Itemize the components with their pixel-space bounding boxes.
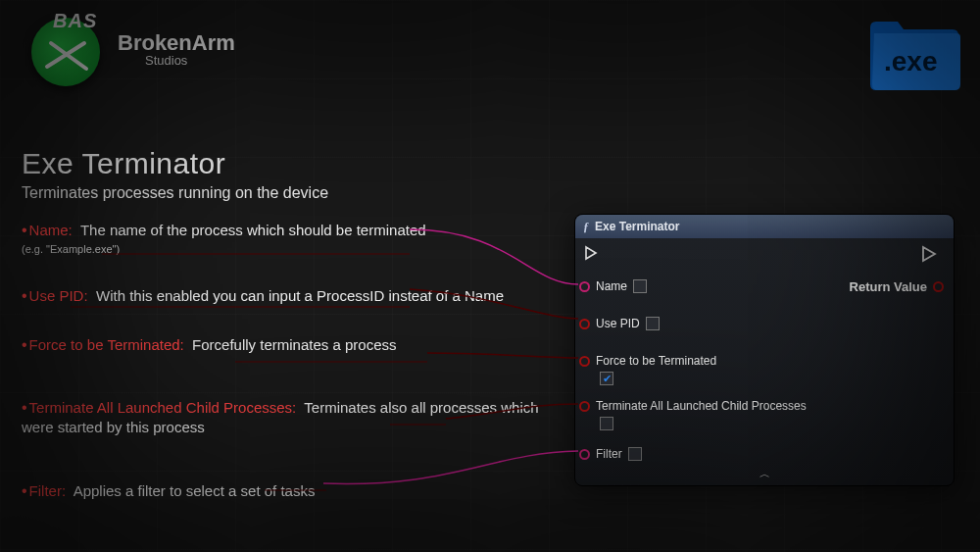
pin-dot-icon[interactable] — [579, 401, 590, 412]
pin-filter-field[interactable] — [628, 447, 642, 461]
pin-name[interactable]: Name — [579, 279, 647, 293]
pin-return-label: Return Value — [850, 279, 927, 294]
page-subtitle: Terminates processes running on the devi… — [22, 184, 328, 202]
pin-terminate-children[interactable]: Terminate All Launched Child Processes — [579, 399, 873, 413]
pin-force-label: Force to be Terminated — [596, 354, 716, 368]
pin-name-field[interactable] — [633, 279, 647, 293]
desc-force: •Force to be Terminated: Forcefully term… — [22, 334, 570, 356]
pin-dot-icon[interactable] — [579, 319, 590, 329]
exe-folder-icon: .exe — [864, 10, 962, 97]
pin-usepid-checkbox[interactable] — [646, 317, 660, 330]
pin-force-checkbox[interactable] — [600, 372, 613, 385]
chevron-up-icon[interactable]: ︿ — [760, 467, 770, 481]
pin-dot-icon[interactable] — [579, 281, 590, 292]
studio-sub: Studios — [145, 54, 235, 68]
pin-filter[interactable]: Filter — [579, 447, 642, 461]
desc-name: •Name: The name of the process which sho… — [22, 220, 570, 256]
desc-terminate-children: •Terminate All Launched Child Processes:… — [22, 397, 570, 438]
exec-in-pin[interactable] — [583, 244, 601, 266]
pin-filter-label: Filter — [596, 447, 622, 461]
pin-name-label: Name — [596, 279, 627, 293]
pin-usepid-label: Use PID — [596, 317, 640, 330]
pin-dot-icon[interactable] — [579, 449, 590, 460]
page-title: Exe Terminator — [22, 147, 328, 180]
brand-logo: BAS BrokenArm Studios — [29, 10, 235, 88]
exe-label: .exe — [884, 46, 938, 76]
swords-icon — [41, 37, 94, 76]
node-title: Exe Terminator — [595, 220, 679, 233]
param-descriptions: •Name: The name of the process which sho… — [22, 220, 570, 502]
pin-usepid[interactable]: Use PID — [579, 317, 660, 330]
bas-badge-text: BAS — [53, 10, 97, 32]
pin-terminate-children-label: Terminate All Launched Child Processes — [596, 399, 807, 413]
pin-dot-icon[interactable] — [579, 356, 590, 367]
function-icon: ƒ — [583, 220, 589, 234]
desc-usepid: •Use PID: With this enabled you can inpu… — [22, 285, 570, 307]
pin-force[interactable]: Force to be Terminated — [579, 354, 716, 368]
bas-badge: BAS — [29, 10, 108, 88]
desc-filter: •Filter: Applies a filter to select a se… — [22, 480, 570, 502]
pin-return[interactable]: Return Value — [850, 279, 944, 294]
exec-out-pin[interactable] — [920, 244, 940, 268]
blueprint-node[interactable]: ƒ Exe Terminator Name Use PID Force to b… — [574, 214, 955, 486]
studio-name: BrokenArm — [118, 31, 235, 54]
pin-dot-icon[interactable] — [933, 281, 944, 292]
pin-terminate-children-checkbox[interactable] — [600, 417, 613, 430]
node-header[interactable]: ƒ Exe Terminator — [575, 215, 954, 238]
